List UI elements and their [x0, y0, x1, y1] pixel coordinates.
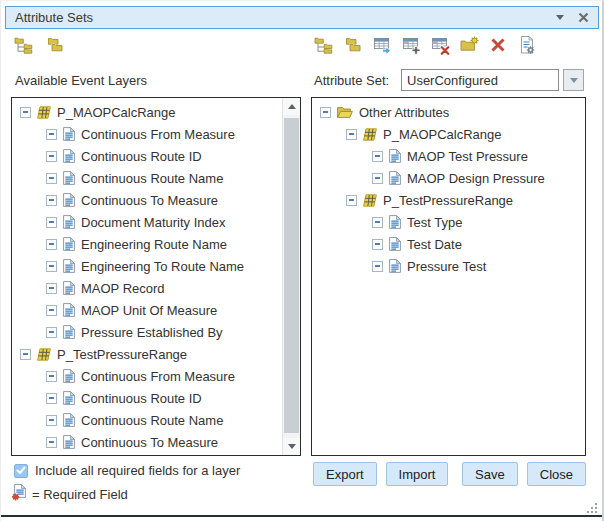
tree-item-label: Continuous Route Name — [81, 413, 223, 428]
tree-item[interactable]: P_MAOPCalcRange — [12, 101, 300, 123]
tree-item[interactable]: Pressure Test — [312, 255, 585, 277]
tree-item-label: Other Attributes — [359, 105, 449, 120]
collapse-toggle-icon[interactable] — [46, 151, 57, 162]
dialog-title: Attribute Sets — [15, 10, 556, 25]
tree-item-label: Document Maturity Index — [81, 215, 226, 230]
include-required-checkbox[interactable] — [14, 464, 28, 478]
collapse-toggle-icon[interactable] — [46, 393, 57, 404]
event-layer-icon — [363, 128, 377, 141]
resize-grip[interactable] — [585, 501, 597, 513]
available-layers-tree: P_MAOPCalcRange — [12, 98, 300, 453]
tree-item[interactable]: Continuous Route Name — [12, 167, 300, 189]
import-button[interactable]: Import — [386, 462, 449, 486]
collapse-toggle-icon[interactable] — [372, 239, 383, 250]
collapse-layer-tree-icon[interactable] — [44, 34, 66, 56]
scroll-down-icon[interactable] — [283, 438, 300, 455]
field-icon — [63, 281, 75, 295]
table-export-icon[interactable] — [371, 34, 393, 56]
scrollbar[interactable] — [282, 98, 300, 455]
collapse-toggle-icon[interactable] — [46, 327, 57, 338]
tree-item[interactable]: P_TestPressureRange — [12, 343, 300, 365]
collapse-toggle-icon[interactable] — [46, 239, 57, 250]
collapse-toggle-icon[interactable] — [46, 415, 57, 426]
tree-item-label: Pressure Test — [407, 259, 486, 274]
tree-item[interactable]: Document Maturity Index — [12, 211, 300, 233]
collapse-toggle-icon[interactable] — [46, 217, 57, 228]
tree-item[interactable]: Engineering To Route Name — [12, 255, 300, 277]
table-delete-icon[interactable] — [429, 34, 451, 56]
field-icon — [389, 171, 401, 185]
collapse-toggle-icon[interactable] — [346, 195, 357, 206]
attribute-set-dropdown-button[interactable] — [563, 69, 584, 91]
collapse-toggle-icon[interactable] — [46, 195, 57, 206]
collapse-toggle-icon[interactable] — [20, 107, 31, 118]
tree-item[interactable]: MAOP Test Pressure — [312, 145, 585, 167]
attribute-set-select[interactable]: UserConfigured — [401, 69, 559, 91]
tree-item-label: P_TestPressureRange — [383, 193, 513, 208]
collapse-toggle-icon[interactable] — [372, 173, 383, 184]
tree-item[interactable]: MAOP Unit Of Measure — [12, 299, 300, 321]
close-icon[interactable] — [578, 12, 589, 23]
tree-item[interactable]: Continuous Route ID — [12, 145, 300, 167]
collapse-toggle-icon[interactable] — [46, 129, 57, 140]
tree-item[interactable]: P_TestPressureRange — [312, 189, 585, 211]
field-icon — [389, 259, 401, 273]
tree-item[interactable]: Continuous From Measure — [12, 123, 300, 145]
field-icon — [63, 149, 75, 163]
tree-item-label: MAOP Record — [81, 281, 165, 296]
document-gear-icon[interactable] — [516, 34, 538, 56]
titlebar[interactable]: Attribute Sets — [5, 6, 599, 29]
attribute-set-panel: Other Attributes — [311, 97, 586, 456]
collapse-toggle-icon[interactable] — [46, 305, 57, 316]
chevron-down-icon — [570, 78, 578, 83]
field-icon — [63, 325, 75, 339]
collapse-toggle-icon[interactable] — [46, 173, 57, 184]
collapse-toggle-icon[interactable] — [372, 261, 383, 272]
collapse-toggle-icon[interactable] — [46, 437, 57, 448]
tree-item[interactable]: Continuous To Measure — [12, 189, 300, 211]
required-field-icon — [12, 484, 27, 504]
field-icon — [63, 237, 75, 251]
tree-item[interactable]: Test Type — [312, 211, 585, 233]
save-button[interactable]: Save — [462, 462, 518, 486]
field-icon — [63, 127, 75, 141]
tree-item[interactable]: Continuous Route Name — [12, 409, 300, 431]
expand-attribute-tree-icon[interactable] — [313, 34, 335, 56]
collapse-toggle-icon[interactable] — [346, 129, 357, 140]
scroll-up-icon[interactable] — [283, 98, 300, 115]
tree-item[interactable]: Other Attributes — [312, 101, 585, 123]
tree-item[interactable]: MAOP Design Pressure — [312, 167, 585, 189]
tree-item[interactable]: Continuous From Measure — [12, 365, 300, 387]
tree-item-label: P_TestPressureRange — [57, 347, 187, 362]
table-add-icon[interactable] — [400, 34, 422, 56]
field-icon — [63, 413, 75, 427]
collapse-toggle-icon[interactable] — [46, 261, 57, 272]
export-button[interactable]: Export — [313, 462, 377, 486]
scrollbar-thumb[interactable] — [284, 118, 299, 433]
tree-item[interactable]: MAOP Record — [12, 277, 300, 299]
collapse-toggle-icon[interactable] — [20, 349, 31, 360]
event-layer-icon — [37, 106, 51, 119]
tree-item-label: Pressure Established By — [81, 325, 223, 340]
folder-gear-icon[interactable] — [458, 34, 480, 56]
collapse-toggle-icon[interactable] — [46, 371, 57, 382]
close-button[interactable]: Close — [527, 462, 586, 486]
tree-item-label: P_MAOPCalcRange — [383, 127, 502, 142]
available-event-layers-label: Available Event Layers — [15, 73, 147, 88]
collapse-toggle-icon[interactable] — [46, 283, 57, 294]
tree-item[interactable]: Engineering Route Name — [12, 233, 300, 255]
tree-item[interactable]: P_MAOPCalcRange — [312, 123, 585, 145]
tree-item[interactable]: Continuous Route ID — [12, 387, 300, 409]
expand-layer-tree-icon[interactable] — [13, 34, 35, 56]
collapse-attribute-tree-icon[interactable] — [342, 34, 364, 56]
tree-item[interactable]: Test Date — [312, 233, 585, 255]
tree-item-label: Continuous To Measure — [81, 193, 218, 208]
collapse-toggle-icon[interactable] — [372, 217, 383, 228]
tree-item[interactable]: Pressure Established By — [12, 321, 300, 343]
tree-item[interactable]: Continuous To Measure — [12, 431, 300, 453]
attribute-set-tree: Other Attributes — [312, 98, 585, 277]
collapse-toggle-icon[interactable] — [320, 107, 331, 118]
collapse-toggle-icon[interactable] — [372, 151, 383, 162]
delete-x-icon[interactable] — [487, 34, 509, 56]
chevron-down-icon[interactable] — [556, 15, 564, 20]
